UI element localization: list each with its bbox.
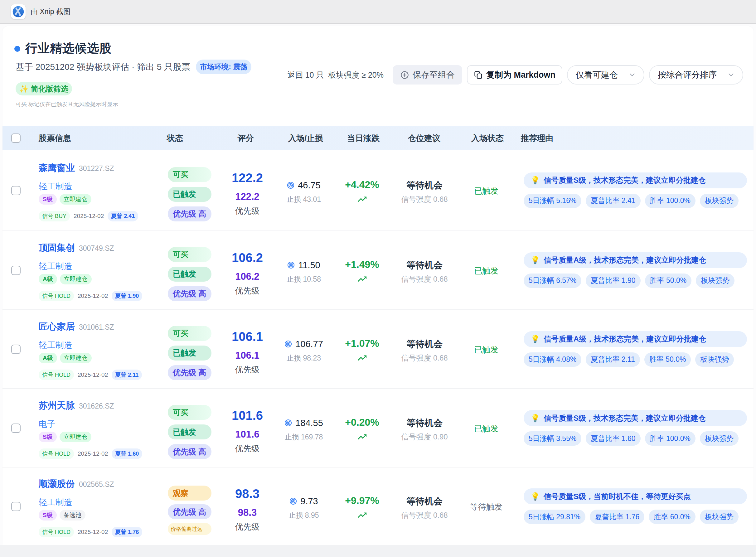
table-row: 匠心家居 301061.SZ 轻工制造 A级 立即建仓 信号 HOLD 2025… [2, 310, 754, 388]
metric-tag: 5日涨幅 6.57% [524, 273, 581, 288]
entry-status-cell: 已触发 [455, 185, 517, 196]
table-row: 森鹰窗业 301227.SZ 轻工制造 S级 立即建仓 信号 BUY 2025-… [2, 150, 754, 231]
row-checkbox[interactable] [11, 345, 21, 354]
stop-loss: 止损 169.78 [285, 433, 323, 441]
entry-status-cell: 已触发 [455, 344, 517, 355]
sparkles-icon: ✨ [19, 85, 29, 93]
score-secondary: 106.1 [235, 350, 260, 360]
topbar-app-label: 由 Xnip 截图 [31, 7, 70, 17]
stock-name-link[interactable]: 匠心家居 [39, 321, 75, 332]
stock-signal-row: 信号 HOLD 2025-12-02 夏普 1.90 [39, 291, 142, 301]
bulb-icon: 💡 [530, 176, 540, 185]
stock-name-link[interactable]: 苏州天脉 [39, 400, 75, 411]
row-checkbox[interactable] [11, 266, 21, 275]
status-pill-priority: 优先级 高 [168, 206, 211, 222]
score-value: 98.3 [235, 487, 260, 501]
status-pill-priority: 优先级 高 [168, 444, 211, 459]
position-advice-cell: 等待机会 信号强度 0.68 [393, 496, 456, 520]
status-pill-priority: 优先级 高 [168, 365, 211, 380]
entry-stop-cell: 9.73 止损 8.95 [272, 496, 335, 519]
stock-industry-link[interactable]: 轻工制造 [39, 497, 72, 507]
metric-tag: 板块强势 [700, 431, 738, 446]
stock-name-link[interactable]: 顶固集创 [39, 242, 75, 253]
checkbox-cell [11, 345, 21, 354]
status-pills: 可买已触发优先级 高 [168, 405, 211, 459]
row-checkbox[interactable] [11, 423, 21, 433]
status-pill-triggered: 已触发 [168, 187, 211, 202]
stock-industry-link[interactable]: 轻工制造 [39, 181, 72, 192]
stock-industry-link[interactable]: 电子 [39, 419, 56, 429]
entry-price-row: 184.55 [285, 418, 323, 428]
status-pill-triggered: 已触发 [168, 424, 211, 439]
signal-strength: 信号强度 0.68 [401, 195, 447, 204]
signal-date: 2025-12-02 [74, 213, 104, 219]
reason-text: 信号质量S级，技术形态完美，建议立即分批建仓 [544, 413, 706, 423]
signal-date: 2025-12-02 [78, 450, 108, 457]
stock-industry-link[interactable]: 轻工制造 [39, 340, 72, 350]
position-advice-cell: 等待机会 信号强度 0.68 [393, 260, 456, 284]
daily-change: +1.49% [345, 259, 379, 270]
copy-markdown-button[interactable]: 复制为 Markdown [467, 65, 562, 85]
stock-industry-link[interactable]: 轻工制造 [39, 261, 72, 271]
metric-tag: 板块强势 [695, 352, 734, 367]
reason-text: 信号质量S级，当前时机不佳，等待更好买点 [544, 492, 691, 501]
stock-code: 002565.SZ [79, 479, 114, 490]
stock-name-link[interactable]: 森鹰窗业 [39, 162, 75, 173]
col-header-stock: 股票信息 [39, 126, 71, 150]
reason-cell: 💡 信号质量A级，技术形态完美，建议立即分批建仓 5日涨幅 6.57%夏普比率 … [524, 252, 747, 288]
signal-badge: 信号 HOLD [39, 291, 74, 301]
status-pill-buyable: 可买 [168, 247, 211, 262]
metric-tag: 夏普比率 1.90 [586, 273, 640, 288]
trending-up-icon [357, 274, 368, 285]
trending-up-icon [357, 432, 368, 442]
metric-tag: 5日涨幅 29.81% [524, 509, 585, 524]
score-label: 优先级 [235, 444, 260, 453]
trending-up-icon [357, 353, 368, 363]
row-checkbox[interactable] [11, 186, 21, 195]
bulb-icon: 💡 [530, 334, 540, 343]
title-bullet-dot [14, 46, 20, 52]
buildable-filter-dropdown[interactable]: 仅看可建仓 [567, 65, 644, 85]
page-title: 行业精选候选股 [25, 41, 112, 56]
metric-tag: 板块强势 [700, 194, 738, 208]
sharpe-badge: 夏普 1.90 [112, 291, 142, 301]
bulb-icon: 💡 [530, 414, 540, 422]
result-meta: 返回 10 只 板块强度 ≥ 20% [288, 70, 384, 80]
status-pill-triggered: 已触发 [168, 346, 211, 360]
stock-code: 301061.SZ [79, 322, 114, 333]
score-secondary: 106.2 [235, 271, 260, 282]
signal-strength: 信号强度 0.90 [401, 433, 447, 441]
reason-cell: 💡 信号质量S级，技术形态完美，建议立即分批建仓 5日涨幅 3.55%夏普比率 … [524, 410, 747, 446]
stop-loss: 止损 10.58 [287, 275, 321, 283]
chevron-down-icon [628, 71, 636, 79]
metric-tag: 板块强势 [696, 273, 734, 288]
select-all-checkbox[interactable] [11, 134, 21, 143]
stock-badges-row: A级 立即建仓 [39, 274, 92, 285]
status-pills: 可买已触发优先级 高 [168, 167, 211, 222]
entry-status: 等待触发 [470, 501, 502, 512]
stock-name-row: 森鹰窗业 301227.SZ [39, 162, 114, 174]
sharpe-badge: 夏普 2.11 [112, 370, 142, 380]
entry-price: 11.50 [298, 260, 320, 270]
entry-stop-cell: 11.50 止损 10.58 [272, 260, 335, 283]
entry-status: 已触发 [474, 185, 498, 196]
position-advice: 等待机会 [406, 496, 442, 506]
stock-name-link[interactable]: 顺灏股份 [39, 478, 75, 489]
row-checkbox[interactable] [11, 502, 21, 511]
signal-date: 2025-12-02 [78, 293, 108, 299]
status-pill-warn: 价格偏离过远 [168, 523, 211, 535]
save-to-portfolio-button[interactable]: 保存至组合 [392, 65, 462, 85]
position-advice-cell: 等待机会 信号强度 0.68 [393, 339, 456, 362]
stock-name-row: 顺灏股份 002565.SZ [39, 478, 114, 490]
target-icon [285, 419, 292, 427]
reason-box: 💡 信号质量S级，当前时机不佳，等待更好买点 [524, 489, 747, 504]
sort-dropdown[interactable]: 按综合评分排序 [649, 65, 743, 85]
score-label: 优先级 [235, 286, 260, 295]
dropdown-selected-value: 仅看可建仓 [576, 69, 618, 81]
daily-change-cell: +9.97% [331, 495, 393, 521]
signal-strength: 信号强度 0.68 [401, 275, 447, 284]
position-advice: 等待机会 [406, 180, 442, 190]
reason-tags: 5日涨幅 5.16%夏普比率 2.41胜率 100.0%板块强势 [524, 194, 738, 208]
reason-tags: 5日涨幅 29.81%夏普比率 1.76胜率 60.0%板块强势 [524, 509, 738, 524]
reason-text: 信号质量A级，技术形态完美，建议立即分批建仓 [544, 255, 706, 265]
